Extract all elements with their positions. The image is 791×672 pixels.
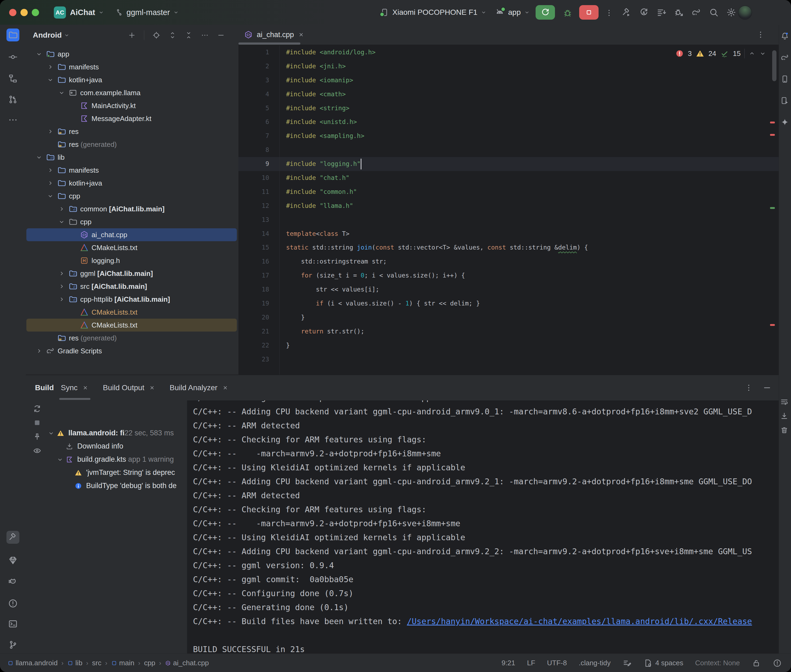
tree-row-cmakelists-txt[interactable]: CMakeLists.txt	[26, 318, 237, 331]
breadcrumb-main[interactable]: main	[111, 659, 134, 667]
line-separator[interactable]: LF	[527, 659, 535, 667]
close-tab-icon[interactable]	[222, 384, 229, 391]
zoom-window-button[interactable]	[32, 9, 39, 16]
minimize-window-button[interactable]	[21, 9, 28, 16]
tree-row-res[interactable]: res	[26, 125, 237, 138]
sync-result-tree[interactable]: llama.android: fi22 sec, 583 ms Download…	[46, 400, 187, 654]
tool-stripe-terminal[interactable]	[6, 618, 19, 630]
tree-row-lib[interactable]: lib	[26, 151, 237, 164]
run-configuration-selector[interactable]: app	[495, 0, 530, 25]
ok-stripe-mark[interactable]	[770, 207, 775, 209]
project-widget[interactable]: AiChat	[70, 0, 104, 25]
close-tab-icon[interactable]	[82, 384, 89, 391]
tree-row-messageadapter-kt[interactable]: MessageAdapter.kt	[26, 112, 237, 125]
profiler-icon[interactable]	[656, 7, 666, 18]
more-run-options-icon[interactable]	[605, 8, 614, 18]
tool-stripe-problems[interactable]	[6, 597, 19, 610]
error-stripe-mark[interactable]	[770, 122, 775, 123]
inspection-profile[interactable]: .clang-tidy	[579, 659, 611, 667]
editor[interactable]: C ai_chat.cpp 12345678910111213141516171…	[239, 25, 779, 374]
add-icon[interactable]	[128, 31, 136, 39]
breadcrumb-cpp[interactable]: cpp	[144, 659, 155, 667]
device-selector[interactable]: Xiaomi POCOPHONE F1	[380, 0, 486, 25]
breadcrumbs[interactable]: llama.android›lib›src›main›cpp›Cai_chat.…	[8, 659, 209, 667]
tree-row-kotlin-java[interactable]: kotlin+java	[26, 177, 237, 190]
locate-icon[interactable]	[152, 31, 160, 39]
search-everywhere-icon[interactable]	[709, 7, 719, 18]
console-link[interactable]: /Users/hanyin/Workspace/ai-chat/examples…	[407, 617, 752, 626]
tool-stripe-version-control[interactable]	[6, 638, 19, 651]
tab-ai-chat-cpp[interactable]: C ai_chat.cpp	[239, 25, 312, 45]
hide-icon[interactable]	[217, 31, 225, 39]
prev-problem-icon[interactable]	[748, 50, 756, 57]
tool-stripe-structure[interactable]	[6, 72, 19, 85]
tree-row-ai-chat-cpp[interactable]: C ai_chat.cpp	[26, 228, 237, 241]
tree-row-kotlin-java[interactable]: kotlin+java	[26, 74, 237, 86]
tree-row-manifests[interactable]: manifests	[26, 61, 237, 74]
error-stripe-mark[interactable]	[770, 134, 775, 136]
tree-row-src[interactable]: src [AiChat.lib.main]	[26, 280, 237, 293]
file-encoding[interactable]: UTF-8	[547, 659, 567, 667]
vcs-branch-widget[interactable]: ggml-master	[115, 0, 179, 25]
breadcrumb-src[interactable]: src	[92, 659, 101, 667]
build-console[interactable]: C/C++: Using KleidiAI optimized kernels …	[187, 400, 779, 654]
sync-row-jvmtarget-string-is-deprec[interactable]: 'jvmTarget: String' is deprec	[46, 466, 187, 479]
tree-row-cpp[interactable]: cpp	[26, 215, 237, 228]
tree-row-res[interactable]: res (generated)	[26, 331, 237, 344]
sync-row-buildtype-debug-is-both-de[interactable]: BuildType 'debug' is both de	[46, 479, 187, 492]
tool-stripe-gradle[interactable]	[779, 51, 791, 64]
tool-stripe-device-manager[interactable]	[779, 73, 791, 85]
error-stripe-mark[interactable]	[770, 324, 775, 326]
sync-row-build-gradle-kts[interactable]: build.gradle.kts app 1 warning	[46, 453, 187, 466]
sync-row-llama-android-fi[interactable]: llama.android: fi22 sec, 583 ms	[46, 427, 187, 440]
tool-stripe-notifications[interactable]	[779, 30, 791, 43]
next-problem-icon[interactable]	[759, 50, 766, 57]
avatar[interactable]	[738, 6, 752, 20]
indent-widget[interactable]: 4 spaces	[643, 659, 684, 668]
editor-options-icon[interactable]	[756, 30, 765, 39]
editor-scrollbar-thumb[interactable]	[772, 50, 777, 81]
tree-row-gradle-scripts[interactable]: Gradle Scripts	[26, 344, 237, 357]
tool-stripe-app-quality-insights[interactable]	[6, 554, 19, 567]
tool-stripe-running-devices[interactable]	[779, 94, 791, 107]
rerun-button[interactable]	[536, 5, 555, 20]
gradle-sync-icon[interactable]	[691, 7, 701, 18]
rerun-sync-icon[interactable]	[32, 404, 42, 413]
more-icon[interactable]	[201, 31, 209, 39]
sync-project-icon[interactable]	[639, 7, 649, 18]
code-area[interactable]: #include <android/log.h>#include <jni.h>…	[286, 45, 762, 366]
tree-row-ggml[interactable]: ggml [AiChat.lib.main]	[26, 267, 237, 280]
lock-icon[interactable]	[752, 659, 761, 668]
sync-row-download-info[interactable]: Download info	[46, 440, 187, 453]
build-tab-build-output[interactable]: Build Output	[96, 375, 162, 400]
indent-config-icon[interactable]	[623, 659, 632, 668]
tree-row-cpp-httplib[interactable]: cpp-httplib [AiChat.lib.main]	[26, 293, 237, 306]
tree-row-logging-h[interactable]: logging.h	[26, 254, 237, 267]
inspections-toggle-icon[interactable]	[773, 659, 782, 668]
tree-row-com-example-llama[interactable]: com.example.llama	[26, 86, 237, 99]
tool-stripe-build[interactable]	[6, 531, 19, 544]
build-tab-build-analyzer[interactable]: Build Analyzer	[162, 375, 236, 400]
build-tab-sync[interactable]: Sync	[54, 375, 96, 400]
view-options-icon[interactable]	[32, 446, 42, 455]
caret-position[interactable]: 9:21	[502, 659, 515, 667]
close-tab-icon[interactable]	[149, 384, 156, 391]
tool-stripe-pull-requests[interactable]	[6, 93, 19, 106]
project-view-selector[interactable]: Android	[33, 31, 70, 40]
minimize-build-panel-icon[interactable]	[762, 383, 772, 392]
scroll-to-end-icon[interactable]	[780, 411, 789, 421]
build-window-title[interactable]: Build	[35, 384, 54, 392]
tree-row-res[interactable]: res (generated)	[26, 138, 237, 151]
stop-button[interactable]	[579, 5, 598, 20]
collapse-all-icon[interactable]	[185, 31, 193, 39]
build-options-icon[interactable]	[744, 383, 753, 392]
tool-stripe-gemini[interactable]	[779, 116, 791, 128]
attach-debugger-icon[interactable]	[674, 7, 684, 18]
tool-stripe-project[interactable]	[6, 29, 19, 42]
soft-wrap-icon[interactable]	[780, 397, 789, 406]
tool-stripe-logcat[interactable]	[6, 576, 19, 588]
close-window-button[interactable]	[9, 9, 16, 16]
breadcrumb-llama-android[interactable]: llama.android	[8, 659, 58, 667]
tree-row-mainactivity-kt[interactable]: MainActivity.kt	[26, 99, 237, 112]
tree-row-cmakelists-txt[interactable]: CMakeLists.txt	[26, 241, 237, 254]
